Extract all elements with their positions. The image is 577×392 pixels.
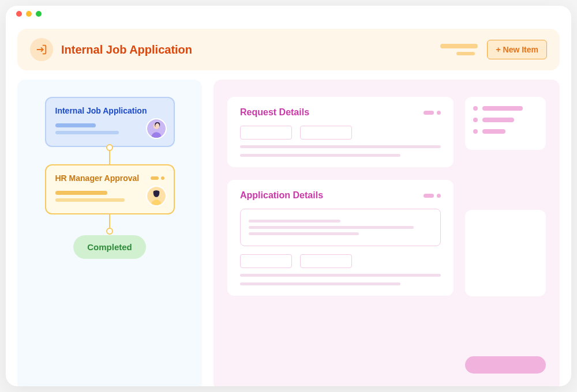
placeholder-line: [240, 282, 400, 285]
card-indicator: [151, 176, 164, 180]
window-titlebar: [6, 6, 571, 22]
workflow-step-hr-approval[interactable]: HR Manager Approval: [45, 164, 175, 214]
input-placeholder[interactable]: [300, 126, 352, 140]
header-placeholder: [440, 44, 478, 55]
page-title: Internal Job Application: [61, 43, 192, 56]
side-list-card: [465, 97, 546, 150]
input-placeholder[interactable]: [240, 254, 292, 268]
workflow-step-title: HR Manager Approval: [55, 174, 140, 183]
workflow-panel: Internal Job Application HR Manager Appr…: [17, 80, 202, 386]
window-close-icon[interactable]: [16, 11, 22, 17]
list-item: [473, 106, 538, 111]
placeholder-line: [240, 145, 441, 148]
input-placeholder[interactable]: [240, 126, 292, 140]
app-window: Internal Job Application + New Item Inte…: [6, 6, 571, 386]
workflow-enter-icon: [30, 38, 53, 61]
workflow-connector: [109, 214, 110, 232]
details-panel: Request Details Application Details: [213, 80, 560, 386]
placeholder-line: [240, 154, 400, 157]
avatar: [146, 118, 167, 139]
list-item: [473, 129, 538, 134]
card-indicator: [424, 111, 441, 115]
input-placeholder[interactable]: [300, 254, 352, 268]
side-action-button[interactable]: [465, 356, 546, 374]
application-details-card: Application Details: [227, 180, 454, 296]
placeholder-line: [240, 274, 441, 277]
card-indicator: [424, 194, 441, 198]
avatar: [146, 186, 167, 206]
list-item: [473, 118, 538, 122]
completed-badge: Completed: [73, 235, 146, 259]
svg-point-1: [153, 123, 159, 129]
request-details-card: Request Details: [227, 97, 454, 167]
page-header: Internal Job Application + New Item: [17, 29, 560, 70]
card-title: Application Details: [240, 190, 323, 201]
window-minimize-icon[interactable]: [26, 11, 32, 17]
workflow-step-application[interactable]: Internal Job Application: [45, 97, 175, 147]
workflow-step-title: Internal Job Application: [55, 106, 164, 115]
window-maximize-icon[interactable]: [36, 11, 42, 17]
new-item-button[interactable]: + New Item: [487, 40, 547, 59]
textarea-placeholder[interactable]: [240, 209, 441, 246]
side-panel: [465, 97, 546, 374]
card-title: Request Details: [240, 107, 309, 118]
side-preview-card: [465, 210, 546, 296]
workflow-connector: [109, 147, 110, 164]
